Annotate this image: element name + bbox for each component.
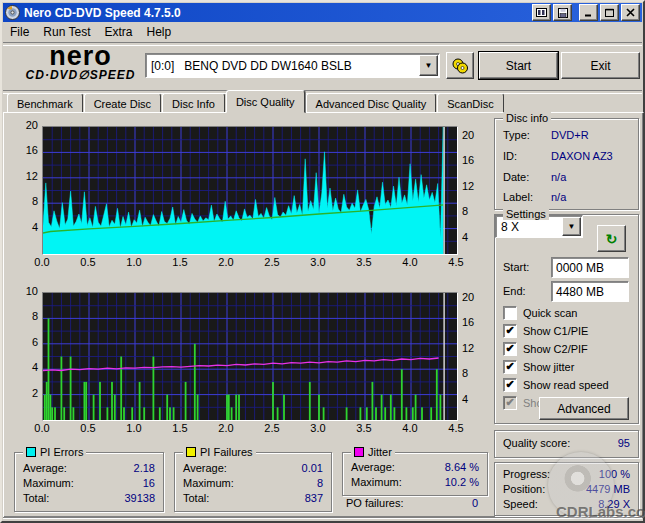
x-axis-tick: 1.0: [117, 422, 151, 434]
quality-score-value: 95: [618, 437, 630, 449]
y-axis-tick: 4: [8, 221, 38, 233]
x-axis-tick: 3.0: [301, 422, 335, 434]
checkbox-box[interactable]: ✔: [503, 378, 517, 392]
nero-logo: nero CD·DVD∅SPEED: [13, 44, 148, 82]
x-axis-tick: 1.5: [163, 422, 197, 434]
drive-selector[interactable]: [0:0] BENQ DVD DD DW1640 BSLB ▼: [145, 53, 440, 78]
drive-selector-dropdown-button[interactable]: ▼: [419, 55, 438, 76]
y-axis-tick: 4: [460, 393, 492, 405]
jitter-stats-panel: Jitter Average:8.64 % Maximum:10.2 %: [342, 452, 488, 496]
close-button[interactable]: [621, 4, 640, 21]
cdspeed-logo-text: CD·DVD∅SPEED: [13, 68, 148, 82]
exit-button[interactable]: Exit: [561, 52, 640, 79]
y-axis-tick: 16: [460, 316, 492, 328]
checkbox-box: ✔: [503, 396, 517, 410]
results-window-button[interactable]: [532, 4, 551, 21]
y-axis-tick: 2: [8, 387, 38, 399]
checkbox-show-c2-pif[interactable]: ✔ Show C2/PIF: [503, 341, 588, 356]
progress-value: 100 %: [599, 468, 630, 480]
x-axis-tick: 0.0: [25, 256, 59, 268]
y-axis-tick: 12: [8, 170, 38, 182]
po-failures-value: 0: [472, 497, 478, 509]
jitter-average: 8.64 %: [445, 461, 479, 473]
disc-eject-icon: [451, 58, 469, 74]
x-axis-tick: 2.5: [255, 422, 289, 434]
drive-selector-value: [0:0] BENQ DVD DD DW1640 BSLB: [146, 59, 419, 73]
speed-selector-dropdown-button[interactable]: ▼: [562, 217, 581, 236]
checkbox-box[interactable]: ✔: [503, 306, 517, 320]
x-axis-tick: 2.0: [209, 422, 243, 434]
pi-failures-total: 837: [305, 492, 323, 504]
quality-score-panel: Quality score:95: [494, 430, 639, 458]
checkbox-show-read-speed[interactable]: ✔ Show read speed: [503, 377, 609, 392]
start-position-field[interactable]: 0000 MB: [551, 257, 629, 278]
tab-create-disc[interactable]: Create Disc: [84, 93, 161, 113]
x-axis-tick: 0.0: [25, 422, 59, 434]
checkbox-box[interactable]: ✔: [503, 360, 517, 374]
po-failures-row: PO failures: 0: [346, 497, 482, 511]
save-report-button[interactable]: [553, 4, 572, 21]
menu-help[interactable]: Help: [140, 23, 179, 41]
status-bar: [3, 517, 642, 521]
pi-errors-chart: 20161284 20161284 0.00.51.01.52.02.53.03…: [8, 120, 496, 272]
menu-bar: File Run Test Extra Help: [3, 22, 642, 42]
x-axis-tick: 4.5: [439, 422, 473, 434]
x-axis-tick: 0.5: [71, 256, 105, 268]
end-position-field[interactable]: 4480 MB: [551, 281, 629, 302]
x-axis-tick: 3.5: [347, 256, 381, 268]
tab-disc-quality[interactable]: Disc Quality: [226, 90, 305, 113]
disc-date-value: n/a: [551, 171, 566, 183]
pi-failures-chart: 108642 20161284 0.00.51.01.52.02.53.03.5…: [8, 286, 496, 438]
pi-failures-x-axis: 0.00.51.01.52.02.53.03.54.04.5: [8, 422, 496, 436]
pi-errors-total: 39138: [124, 492, 155, 504]
disc-label-value: n/a: [551, 191, 566, 203]
settings-legend: Settings: [503, 208, 549, 220]
y-axis-tick: 16: [8, 144, 38, 156]
y-axis-tick: 16: [460, 154, 492, 166]
tab-disc-info[interactable]: Disc Info: [162, 93, 225, 113]
chevron-down-icon: ▼: [568, 222, 576, 231]
y-axis-tick: 10: [8, 285, 38, 297]
tab-scandisc[interactable]: ScanDisc: [437, 93, 503, 113]
x-axis-tick: 1.0: [117, 256, 151, 268]
x-axis-tick: 0.5: [71, 422, 105, 434]
advanced-button[interactable]: Advanced: [539, 397, 629, 420]
disc-info-panel: Disc info Type:DVD+R ID:DAXON AZ3 Date:n…: [494, 118, 639, 210]
x-axis-tick: 2.5: [255, 256, 289, 268]
tab-benchmark[interactable]: Benchmark: [7, 93, 83, 113]
disc-info-legend: Disc info: [503, 112, 551, 124]
refresh-button[interactable]: ↻: [597, 225, 626, 252]
pi-failures-right-axis: 20161284: [460, 286, 490, 426]
pi-errors-plot-area: [42, 126, 458, 255]
pi-failures-left-axis: 108642: [8, 286, 38, 426]
checkbox-quick-scan[interactable]: ✔ Quick scan: [503, 305, 577, 320]
y-axis-tick: 12: [460, 342, 492, 354]
minimize-button[interactable]: [579, 4, 598, 21]
title-bar: Nero CD-DVD Speed 4.7.5.0: [3, 3, 642, 22]
y-axis-tick: 8: [460, 367, 492, 379]
pi-errors-stats-panel: PI Errors Average:2.18 Maximum:16 Total:…: [14, 452, 164, 512]
pi-errors-maximum: 16: [143, 477, 155, 489]
menu-run-test[interactable]: Run Test: [36, 23, 97, 41]
menu-extra[interactable]: Extra: [97, 23, 139, 41]
checkbox-box[interactable]: ✔: [503, 342, 517, 356]
maximize-button[interactable]: [600, 4, 619, 21]
menu-file[interactable]: File: [3, 23, 36, 41]
x-axis-tick: 4.5: [439, 256, 473, 268]
eject-disc-button[interactable]: [446, 52, 474, 79]
settings-panel: Settings 8 X ▼ ↻ Start: 0000 MB End: 448…: [494, 214, 639, 424]
x-axis-tick: 4.0: [393, 422, 427, 434]
progress-panel: Progress:100 % Position:4479 MB Speed:8.…: [494, 462, 639, 516]
y-axis-tick: 20: [460, 129, 492, 141]
chevron-down-icon: ▼: [425, 61, 433, 70]
checkbox-show-jitter[interactable]: ✔ Show jitter: [503, 359, 574, 374]
pi-errors-x-axis: 0.00.51.01.52.02.53.03.54.04.5: [8, 256, 496, 270]
start-button[interactable]: Start: [479, 52, 558, 79]
disc-type-value: DVD+R: [551, 129, 589, 141]
checkbox-show-c1-pie[interactable]: ✔ Show C1/PIE: [503, 323, 588, 338]
speed-value: 8.29 X: [598, 498, 630, 510]
checkbox-box[interactable]: ✔: [503, 324, 517, 338]
nero-logo-text: nero: [13, 44, 148, 68]
tab-advanced-disc-quality[interactable]: Advanced Disc Quality: [306, 93, 437, 113]
position-value: 4479 MB: [586, 483, 630, 495]
